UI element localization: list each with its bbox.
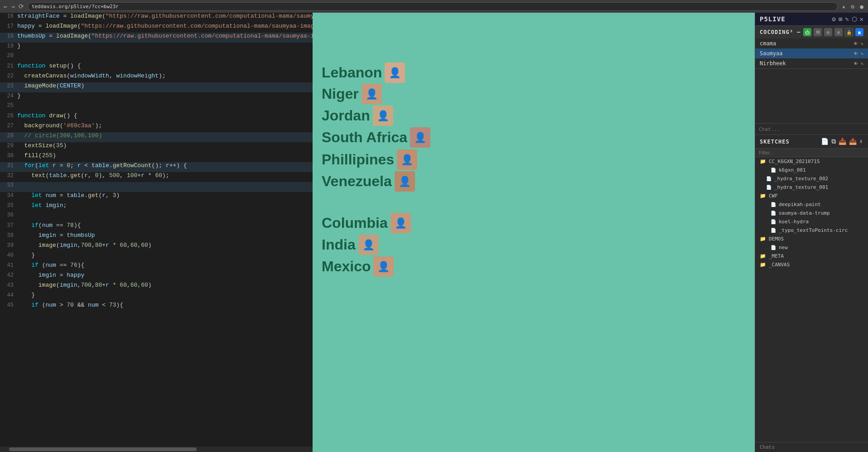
share-icon[interactable]: ⬡	[852, 15, 857, 23]
star-icon[interactable]: ★	[842, 3, 846, 10]
country-item-mexico: Mexico 👤	[322, 256, 394, 277]
folder-cwf[interactable]: 📁 CWF	[755, 192, 868, 200]
file-icon: 📄	[771, 211, 776, 216]
file-icon: 📄	[766, 176, 772, 181]
country-item-lebanon: Lebanon 👤	[322, 63, 405, 83]
code-line-40: 40 }	[0, 252, 313, 262]
chat-area	[755, 69, 868, 123]
mic-btn[interactable]: ⊙	[834, 28, 843, 36]
download-icon[interactable]: ⬇	[859, 138, 863, 145]
code-line-16: 16 straightFace = loadImage("https://raw…	[0, 13, 313, 23]
code-line-17: 17 happy = loadImage("https://raw.github…	[0, 23, 313, 33]
new-file-icon[interactable]: 📄	[821, 138, 829, 145]
code-line-23: 23 imageMode(CENTER)	[0, 82, 313, 92]
edit-icon[interactable]: ✎	[845, 15, 849, 23]
profile-icon[interactable]: ●	[860, 3, 863, 10]
code-line-27: 27 background('#69c3aa');	[0, 122, 313, 132]
folder-icon: 📁	[760, 193, 766, 199]
cocoding-header: COCODING³ – ⏻ ⧉ ⊙ ⊙ 🔒 ▣	[755, 26, 868, 38]
reload-btn[interactable]: ⟳	[19, 3, 24, 10]
copy-btn[interactable]: ⧉	[814, 28, 822, 36]
grid-icon[interactable]: ⊞	[839, 15, 842, 23]
sketches-title: SKETCHES	[760, 139, 790, 145]
code-line-45: 45 if (num > 70 && num < 73){	[0, 302, 313, 312]
country-face-south-africa: 👤	[410, 127, 430, 148]
sidebar-title: P5LIVE	[760, 15, 786, 23]
code-line-41: 41 if (num == 76){	[0, 262, 313, 272]
file-icon: 📄	[771, 202, 776, 207]
address-bar[interactable]: teddavis.org/p5live/?cc=bw23r	[28, 2, 838, 11]
user-row-nirbheek[interactable]: Nirbheek 👁 ✎	[755, 58, 868, 68]
country-face-venezuela: 👤	[395, 171, 415, 192]
file-icon: 📄	[771, 228, 776, 233]
code-line-34: 34 let num = table.get(r, 3)	[0, 192, 313, 202]
code-line-29: 29 textSize(35)	[0, 142, 313, 152]
code-line-33: 33	[0, 182, 313, 192]
cocoding-title: COCODING³ –	[760, 29, 800, 35]
folder-icon: 📁	[760, 253, 766, 259]
country-face-india: 👤	[358, 235, 379, 255]
folder-cc-k6gxn[interactable]: 📁 CC_K6GXN_20210715	[755, 157, 868, 166]
code-line-24: 24 }	[0, 92, 313, 102]
code-line-32: 32 text(table.get(r, 0), 500, 100+r * 60…	[0, 172, 313, 182]
sketches-header: SKETCHES 📄 ⧉ 📥 📤 ⬇	[755, 135, 868, 149]
code-line-36: 36	[0, 212, 313, 222]
user-row-cmama[interactable]: cmama 👁 ✎	[755, 38, 868, 48]
file-hydra-001[interactable]: 📄 _hydra_texture_001	[755, 183, 868, 192]
export-icon[interactable]: 📤	[849, 138, 857, 145]
gear-icon[interactable]: ⚙	[832, 15, 835, 23]
editor-scrollbar[interactable]	[0, 447, 313, 452]
file-icon: 📄	[771, 245, 776, 250]
browser-bar: ← → ⟳ teddavis.org/p5live/?cc=bw23r ★ ⚙ …	[0, 0, 868, 13]
copy-sketch-icon[interactable]: ⧉	[831, 138, 836, 145]
file-saumya-data-trump[interactable]: 📄 saumya-data-trump	[755, 209, 868, 217]
file-koel-hydra[interactable]: 📄 koel-hydra	[755, 217, 868, 226]
sketches-filter[interactable]	[755, 149, 868, 157]
file-icon: 📄	[771, 168, 776, 173]
code-line-44: 44 }	[0, 292, 313, 302]
chats-tab[interactable]: Chats	[755, 442, 868, 452]
lock-btn[interactable]: 🔒	[845, 28, 853, 36]
user-row-saumyaa[interactable]: Saumyaa 👁 ✎	[755, 48, 868, 58]
file-hydra-002[interactable]: 📄 _hydra_texture_002	[755, 174, 868, 183]
sketches-actions: 📄 ⧉ 📥 📤 ⬇	[821, 138, 863, 145]
close-icon[interactable]: ✕	[860, 15, 863, 23]
file-typo[interactable]: 📄 _typo_textToPoints-circ	[755, 226, 868, 235]
code-line-25: 25	[0, 102, 313, 112]
file-new[interactable]: 📄 new	[755, 243, 868, 252]
folder-icon: 📁	[760, 262, 766, 268]
file-deepikah-paint[interactable]: 📄 deepikah-paint	[755, 200, 868, 209]
camera-btn[interactable]: ⊙	[824, 28, 832, 36]
code-line-21: 21 function setup() {	[0, 63, 313, 72]
country-face-lebanon: 👤	[385, 63, 405, 83]
country-item-jordan: Jordan 👤	[322, 106, 393, 126]
file-k6gxn-001[interactable]: 📄 k6gxn_001	[755, 166, 868, 174]
country-face-jordan: 👤	[373, 106, 393, 126]
country-item-phillipines: Phillipines 👤	[322, 149, 417, 170]
folder-meta[interactable]: 📁 _META	[755, 252, 868, 260]
broadcast-btn[interactable]: ▣	[855, 28, 863, 36]
chat-input[interactable]	[759, 126, 864, 132]
country-item-india: India 👤	[322, 235, 379, 255]
folder-canvas[interactable]: 📁 _CANVAS	[755, 260, 868, 269]
country-item-niger: Niger 👤	[322, 84, 382, 104]
power-btn[interactable]: ⏻	[803, 28, 811, 36]
folder-icon: 📁	[760, 159, 766, 164]
country-face-niger: 👤	[362, 84, 382, 104]
chat-input-area[interactable]	[755, 123, 868, 135]
back-btn[interactable]: ←	[4, 3, 7, 10]
code-line-26: 26 function draw() {	[0, 112, 313, 122]
code-line-31: 31 for(let r = 0; r < table.getRowCount(…	[0, 162, 313, 172]
forward-btn[interactable]: →	[11, 3, 14, 10]
sidebar: P5LIVE ⚙ ⊞ ✎ ⬡ ✕ COCODING³ – ⏻ ⧉ ⊙	[755, 13, 868, 452]
country-item-south-africa: South Africa 👤	[322, 127, 430, 148]
file-icon: 📄	[766, 185, 772, 190]
code-line-28: 28 // circle(300,100,100)	[0, 132, 313, 142]
scrollbar-thumb[interactable]	[9, 447, 197, 451]
import-icon[interactable]: 📥	[839, 138, 847, 145]
puzzle-icon[interactable]: ⚙	[851, 3, 854, 10]
code-line-30: 30 fill(255)	[0, 152, 313, 162]
cocoding-section: COCODING³ – ⏻ ⧉ ⊙ ⊙ 🔒 ▣ cmama 👁 ✎	[755, 26, 868, 69]
folder-demos[interactable]: 📁 DEMOS	[755, 235, 868, 243]
code-line-18: 18 thumbsUp = loadImage("https://raw.git…	[0, 33, 313, 43]
